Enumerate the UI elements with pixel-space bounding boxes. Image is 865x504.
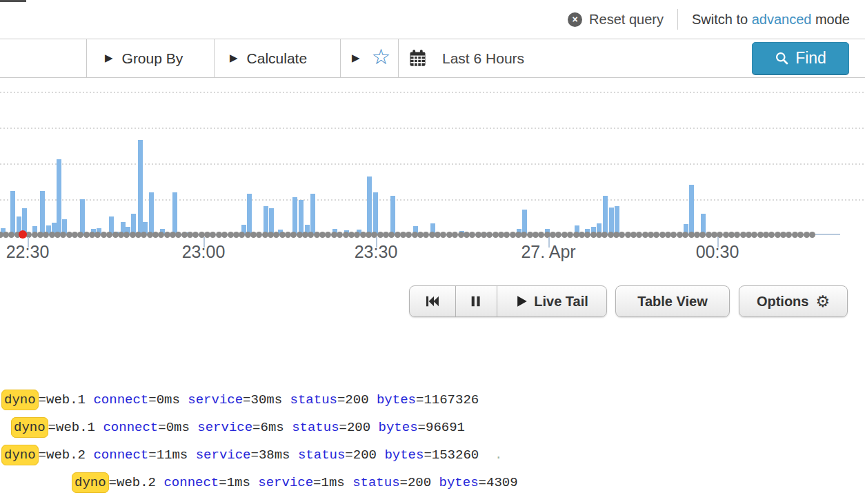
log-field-key[interactable]: bytes	[439, 475, 479, 490]
log-text: =11ms	[148, 447, 195, 463]
faint-mark: .	[479, 447, 502, 463]
log-text: =153260	[424, 447, 479, 463]
log-text: =200	[337, 392, 377, 407]
log-field-key[interactable]: bytes	[377, 392, 416, 407]
log-field-key[interactable]: status	[298, 447, 345, 463]
log-field-key[interactable]: status	[352, 475, 399, 490]
log-text: =web.2	[109, 475, 164, 490]
log-field-key[interactable]: service	[196, 447, 251, 463]
log-field-key[interactable]: bytes	[384, 447, 424, 463]
log-text: =200	[400, 475, 439, 490]
log-field-key[interactable]: bytes	[379, 420, 418, 435]
log-text: =web.1	[48, 420, 103, 435]
log-text: =1ms	[313, 475, 352, 490]
log-text: =38ms	[251, 447, 298, 463]
log-text: =1167326	[416, 392, 479, 407]
log-field-key[interactable]: connect	[103, 420, 158, 435]
log-text: =1ms	[219, 475, 258, 490]
highlighted-field[interactable]: dyno	[1, 445, 39, 465]
log-line: dyno=web.2 connect=1ms service=1ms statu…	[72, 472, 518, 494]
log-field-key[interactable]: service	[188, 392, 243, 407]
log-field-key[interactable]: service	[197, 420, 252, 435]
log-text: =6ms	[252, 420, 292, 435]
highlighted-field[interactable]: dyno	[72, 472, 109, 493]
log-field-key[interactable]: connect	[93, 447, 148, 463]
log-field-key[interactable]: connect	[93, 392, 148, 407]
log-search-app: × Reset query Switch to advanced mode ▶ …	[0, 0, 865, 504]
log-text: =4309	[479, 475, 518, 490]
log-text: =200	[339, 420, 379, 435]
log-results: dyno=web.1 connect=0ms service=30ms stat…	[0, 0, 865, 504]
log-text: =web.2	[39, 447, 94, 463]
highlighted-field[interactable]: dyno	[11, 417, 48, 438]
log-text: =96691	[418, 420, 465, 435]
log-line: dyno=web.1 connect=0ms service=30ms stat…	[1, 389, 479, 411]
log-text: =0ms	[148, 392, 188, 407]
log-text: =web.1	[39, 392, 94, 407]
highlighted-field[interactable]: dyno	[1, 390, 39, 410]
log-text: =30ms	[243, 392, 290, 407]
log-text: =200	[345, 447, 384, 463]
log-field-key[interactable]: status	[292, 420, 339, 435]
log-field-key[interactable]: connect	[163, 475, 219, 490]
log-line: dyno=web.1 connect=0ms service=6ms statu…	[11, 416, 465, 439]
log-field-key[interactable]: service	[258, 475, 313, 490]
log-field-key[interactable]: status	[290, 392, 337, 407]
log-line: dyno=web.2 connect=11ms service=38ms sta…	[1, 444, 502, 466]
log-text: =0ms	[158, 420, 197, 435]
